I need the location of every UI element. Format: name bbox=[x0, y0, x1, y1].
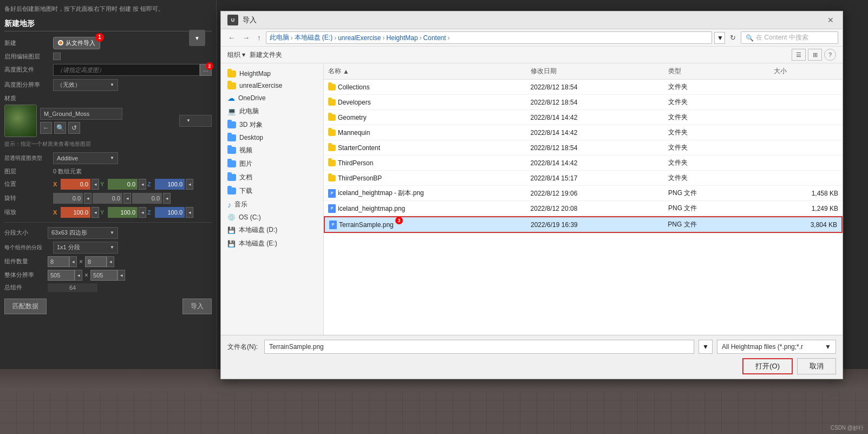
import-button[interactable]: 导入 bbox=[182, 299, 212, 314]
filename-dropdown-arrow[interactable]: ▼ bbox=[699, 340, 713, 354]
overall-res-y-stepper[interactable]: ◂ bbox=[118, 270, 125, 281]
bc-part-2[interactable]: 本地磁盘 (E:) bbox=[295, 33, 333, 42]
sidebar-item-3d[interactable]: 3D 对象 bbox=[221, 118, 323, 132]
dialog-body: HeightMap unrealExercise ☁ OneDrive 💻 此电… bbox=[221, 63, 843, 335]
col-date-header[interactable]: 修改日期 bbox=[526, 66, 664, 77]
bc-part-3[interactable]: unrealExercise bbox=[338, 34, 381, 42]
open-button[interactable]: 打开(O) bbox=[742, 358, 793, 374]
comp-sections-dropdown[interactable]: 1x1 分段 ▼ bbox=[53, 242, 118, 254]
pos-z-stepper[interactable]: ◂ bbox=[186, 179, 193, 190]
sidebar-item-heightmap[interactable]: HeightMap bbox=[221, 68, 323, 80]
col-name-header[interactable]: 名称 ▲ bbox=[324, 66, 526, 77]
col-type-header[interactable]: 类型 bbox=[664, 66, 769, 77]
enable-edit-checkbox[interactable] bbox=[53, 53, 61, 60]
view-list-button[interactable]: ☰ bbox=[792, 49, 806, 61]
file-name-7: P iceland_heightmap - 副本.png bbox=[324, 187, 526, 199]
file-row-3[interactable]: Mannequin 2022/8/14 14:42 文件夹 bbox=[324, 125, 843, 140]
dropdown-btn[interactable]: ▼ bbox=[714, 32, 725, 44]
file-size-8: 1,249 KB bbox=[769, 204, 843, 213]
num-comp-x-input[interactable] bbox=[48, 256, 69, 267]
sidebar-item-d[interactable]: 💾 本地磁盘 (D:) bbox=[221, 223, 323, 237]
pos-y-stepper[interactable]: ◂ bbox=[139, 179, 146, 190]
match-data-button[interactable]: 匹配数据 bbox=[4, 299, 47, 314]
rot-x-input[interactable] bbox=[53, 193, 83, 204]
file-row-9[interactable]: P TerrainSample.png 3 2022/6/19 16:39 PN… bbox=[324, 216, 843, 233]
rot-z-input[interactable] bbox=[132, 193, 162, 204]
height-file-label: 高度图文件 bbox=[4, 66, 53, 74]
section-size-dropdown[interactable]: 63x63 四边形 ▼ bbox=[48, 227, 118, 239]
filename-input[interactable] bbox=[264, 340, 694, 354]
pos-x-input[interactable] bbox=[61, 179, 90, 190]
back-button[interactable]: ← bbox=[225, 32, 238, 43]
bc-part-4[interactable]: HeightMap bbox=[387, 34, 418, 42]
refresh-button[interactable]: ↻ bbox=[727, 32, 739, 43]
sidebar-item-video[interactable]: 视频 bbox=[221, 144, 323, 157]
pos-x-stepper[interactable]: ◂ bbox=[92, 179, 99, 190]
view-grid-button[interactable]: ⊞ bbox=[808, 49, 822, 61]
cancel-button[interactable]: 取消 bbox=[797, 358, 836, 374]
sidebar-item-docs[interactable]: 文档 bbox=[221, 171, 323, 184]
reset-material-btn[interactable]: ↺ bbox=[68, 122, 80, 134]
sidebar-item-desktop[interactable]: Desktop bbox=[221, 132, 323, 144]
file-row-8[interactable]: P iceland_heightmap.png 2022/8/12 20:08 … bbox=[324, 201, 843, 216]
rot-y-stepper[interactable]: ◂ bbox=[123, 193, 131, 204]
breadcrumb-bar[interactable]: 此电脑 › 本地磁盘 (E:) › unrealExercise › Heigh… bbox=[266, 31, 713, 44]
rot-z-stepper[interactable]: ◂ bbox=[163, 193, 171, 204]
sidebar-item-e[interactable]: 💾 本地磁盘 (E:) bbox=[221, 237, 323, 250]
bc-part-5[interactable]: Content bbox=[423, 34, 446, 42]
scale-y-input[interactable] bbox=[108, 207, 138, 218]
file-row-5[interactable]: ThirdPerson 2022/8/14 14:42 文件夹 bbox=[324, 156, 843, 171]
sidebar-item-pictures[interactable]: 图片 bbox=[221, 157, 323, 171]
file-row-7[interactable]: P iceland_heightmap - 副本.png 2022/8/12 1… bbox=[324, 186, 843, 201]
pos-y-input[interactable] bbox=[108, 179, 138, 190]
col-size-header[interactable]: 大小 bbox=[769, 66, 843, 77]
bottom-buttons: 匹配数据 导入 bbox=[4, 299, 212, 314]
sidebar-item-onedrive[interactable]: ☁ OneDrive bbox=[221, 92, 323, 105]
sidebar-item-computer[interactable]: 💻 此电脑 bbox=[221, 105, 323, 118]
browse-button[interactable]: … 2 bbox=[200, 64, 212, 76]
file-row-4[interactable]: StarterContent 2022/8/12 18:54 文件夹 bbox=[324, 140, 843, 156]
comp-sections-value: 1x1 分段 bbox=[57, 243, 80, 251]
overall-res-x-stepper[interactable]: ◂ bbox=[75, 270, 82, 281]
rotation-label: 旋转 bbox=[4, 194, 53, 202]
rot-y-input[interactable] bbox=[93, 193, 122, 204]
layer-type-dropdown[interactable]: Additive ▼ bbox=[53, 152, 118, 164]
num-comp-x-stepper[interactable]: ◂ bbox=[69, 256, 77, 267]
sidebar-item-downloads[interactable]: 下载 bbox=[221, 184, 323, 198]
search-material-btn[interactable]: 🔍 bbox=[54, 122, 66, 134]
dialog-close-button[interactable]: ✕ bbox=[825, 15, 836, 25]
height-res-value: （无效） bbox=[57, 81, 81, 89]
height-res-dropdown[interactable]: （无效） ▼ bbox=[53, 79, 118, 91]
pos-z-input[interactable] bbox=[155, 179, 185, 190]
file-row-6[interactable]: ThirdPersonBP 2022/8/14 15:17 文件夹 bbox=[324, 171, 843, 186]
file-row-1[interactable]: Developers 2022/8/12 18:54 文件夹 bbox=[324, 95, 843, 110]
num-comp-y-stepper[interactable]: ◂ bbox=[107, 256, 114, 267]
file-import-radio[interactable]: 从文件导入 1 bbox=[53, 37, 100, 49]
material-dropdown[interactable]: ▼ bbox=[179, 115, 212, 127]
bc-part-1[interactable]: 此电脑 bbox=[270, 33, 289, 42]
help-button[interactable]: ? bbox=[824, 49, 836, 61]
scale-y-stepper[interactable]: ◂ bbox=[139, 207, 146, 218]
top-hint: 备好后创建新地图时，按下此面板右下用时 创建 按 钮即可。 bbox=[4, 4, 212, 14]
file-row-2[interactable]: Geometry 2022/8/14 14:42 文件夹 bbox=[324, 110, 843, 125]
file-row-0[interactable]: Collections 2022/8/12 18:54 文件夹 bbox=[324, 80, 843, 95]
num-comp-y-input[interactable] bbox=[85, 256, 107, 267]
up-button[interactable]: ↑ bbox=[254, 32, 264, 43]
sidebar-item-unreal[interactable]: unrealExercise bbox=[221, 80, 323, 92]
arrow-left-btn[interactable]: ← bbox=[40, 122, 52, 134]
filetype-select[interactable]: All Heightmap files (*.png;*.r ▼ bbox=[717, 340, 836, 354]
forward-button[interactable]: → bbox=[240, 32, 252, 43]
scale-z-input[interactable] bbox=[155, 207, 185, 218]
organize-button[interactable]: 组织 ▾ bbox=[227, 50, 245, 60]
scale-x-stepper[interactable]: ◂ bbox=[92, 207, 99, 218]
scale-x-input[interactable] bbox=[61, 207, 90, 218]
sidebar-item-c[interactable]: 💿 OS (C:) bbox=[221, 211, 323, 223]
overall-res-x-input[interactable] bbox=[48, 270, 75, 281]
sidebar-item-music[interactable]: ♪ 音乐 bbox=[221, 198, 323, 211]
new-folder-button[interactable]: 新建文件夹 bbox=[250, 50, 282, 60]
overall-res-y-input[interactable] bbox=[90, 270, 118, 281]
rot-x-stepper[interactable]: ◂ bbox=[84, 193, 92, 204]
material-name-input[interactable] bbox=[40, 108, 122, 120]
height-file-input[interactable] bbox=[53, 64, 200, 76]
scale-z-stepper[interactable]: ◂ bbox=[186, 207, 193, 218]
